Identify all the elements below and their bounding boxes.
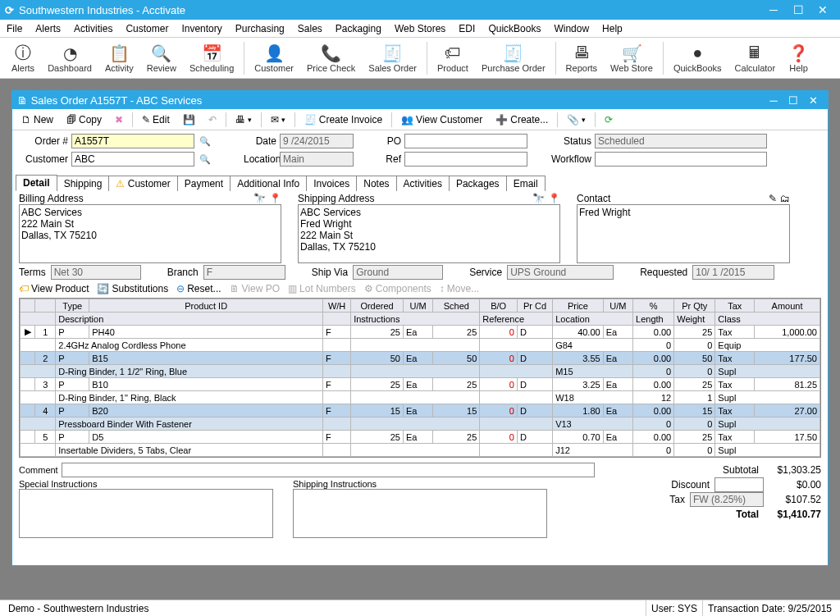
col-Pr Qty[interactable]: Pr Qty xyxy=(674,299,715,313)
attachment-button[interactable]: 📎▾ xyxy=(561,112,591,128)
menu-customer[interactable]: Customer xyxy=(126,23,168,34)
col-Amount[interactable]: Amount xyxy=(755,299,820,313)
customer-input[interactable] xyxy=(71,152,194,167)
location-input[interactable] xyxy=(280,152,354,167)
workflow-input[interactable] xyxy=(595,152,767,167)
tab-email[interactable]: Email xyxy=(506,176,546,191)
binoculars-icon[interactable]: 🔭 xyxy=(532,193,545,204)
toolbar-product[interactable]: 🏷Product xyxy=(431,38,475,78)
new-button[interactable]: 🗋New xyxy=(16,112,59,128)
substitutions-button[interactable]: 🔄Substitutions xyxy=(97,283,168,294)
map-pin-icon[interactable]: 📍 xyxy=(269,193,281,204)
toolbar-review[interactable]: 🔍Review xyxy=(140,38,183,78)
menu-alerts[interactable]: Alerts xyxy=(35,23,61,34)
tab-notes[interactable]: Notes xyxy=(356,176,396,191)
email-button[interactable]: ✉▾ xyxy=(265,112,291,128)
menu-purchasing[interactable]: Purchasing xyxy=(235,23,285,34)
shipping-address[interactable]: ABC Services Fred Wright 222 Main St Dal… xyxy=(298,204,560,263)
binoculars-icon[interactable]: 🔭 xyxy=(253,193,266,204)
table-row[interactable]: 4PB20F15Ea150D1.80Ea0.0015Tax27.00 xyxy=(21,404,820,418)
toolbar-price-check[interactable]: 📞Price Check xyxy=(300,38,362,78)
tab-payment[interactable]: Payment xyxy=(177,176,231,191)
save-button[interactable]: 💾 xyxy=(177,112,201,128)
date-input[interactable] xyxy=(280,134,354,148)
col-%[interactable]: % xyxy=(633,299,674,313)
col-U/M[interactable]: U/M xyxy=(403,299,432,313)
close-button[interactable]: ✕ xyxy=(810,3,835,16)
col-Type[interactable]: Type xyxy=(56,299,89,313)
menu-sales[interactable]: Sales xyxy=(298,23,322,34)
col-sel[interactable] xyxy=(21,299,35,313)
table-row[interactable]: 3PB10F25Ea250D3.25Ea0.0025Tax81.25 xyxy=(21,378,820,391)
menu-quickbooks[interactable]: QuickBooks xyxy=(488,23,541,34)
col-sel[interactable] xyxy=(35,299,56,313)
toolbar-customer[interactable]: 👤Customer xyxy=(248,38,300,78)
menu-help[interactable]: Help xyxy=(602,23,623,34)
toolbar-purchase-order[interactable]: 🧾Purchase Order xyxy=(475,38,552,78)
pencil-icon[interactable]: ✎ xyxy=(769,193,777,204)
view-customer-button[interactable]: 👥View Customer xyxy=(395,112,488,128)
menu-webstores[interactable]: Web Stores xyxy=(395,23,445,34)
maximize-button[interactable]: ☐ xyxy=(786,3,810,16)
view-product-button[interactable]: 🏷View Product xyxy=(19,283,89,294)
status-input[interactable] xyxy=(595,134,767,148)
table-row[interactable]: 5PD5F25Ea250D0.70Ea0.0025Tax17.50 xyxy=(21,431,820,444)
comment-input[interactable] xyxy=(62,463,595,477)
minimize-button[interactable]: ─ xyxy=(761,3,786,16)
tab-detail[interactable]: Detail xyxy=(16,175,57,191)
tab-packages[interactable]: Packages xyxy=(449,176,507,191)
terms-input[interactable] xyxy=(51,265,141,280)
create-invoice-button[interactable]: 🧾Create Invoice xyxy=(299,112,388,128)
toolbar-calculator[interactable]: 🖩Calculator xyxy=(728,38,783,78)
order-search-icon[interactable]: 🔍 xyxy=(198,136,212,147)
map-pin-icon[interactable]: 📍 xyxy=(548,193,560,204)
toolbar-help[interactable]: ❓Help xyxy=(782,38,815,78)
tab-shipping[interactable]: Shipping xyxy=(57,176,110,191)
menu-file[interactable]: File xyxy=(7,23,22,34)
tab-additional[interactable]: Additional Info xyxy=(230,176,307,191)
menu-window[interactable]: Window xyxy=(554,23,589,34)
table-row[interactable]: ▶1PPH40F25Ea250D40.00Ea0.0025Tax1,000.00 xyxy=(21,326,820,339)
create-menu-button[interactable]: ➕Create... xyxy=(490,112,554,128)
special-instructions[interactable] xyxy=(19,489,273,538)
toolbar-reports[interactable]: 🖶Reports xyxy=(559,38,605,78)
tab-activities[interactable]: Activities xyxy=(396,176,450,191)
table-row-desc[interactable]: Pressboard Binder With FastenerV1300Supl xyxy=(21,418,820,431)
tax-code-input[interactable] xyxy=(690,492,764,507)
reset-button[interactable]: ⊖Reset... xyxy=(176,283,221,294)
toolbar-alerts[interactable]: ⓘAlerts xyxy=(5,38,41,78)
tab-invoices[interactable]: Invoices xyxy=(306,176,357,191)
card-icon[interactable]: 🗂 xyxy=(780,193,790,204)
menu-edi[interactable]: EDI xyxy=(459,23,475,34)
col-B/O[interactable]: B/O xyxy=(480,299,518,313)
inner-close-button[interactable]: ✕ xyxy=(803,94,823,107)
po-input[interactable] xyxy=(404,134,527,148)
print-button[interactable]: 🖶▾ xyxy=(230,112,258,128)
shipping-instructions[interactable] xyxy=(293,489,547,538)
table-row-desc[interactable]: Insertable Dividers, 5 Tabs, ClearJ1200S… xyxy=(21,444,820,457)
col-Ordered[interactable]: Ordered xyxy=(351,299,404,313)
line-items-grid[interactable]: TypeProduct IDW/HOrderedU/MSchedB/OPr Cd… xyxy=(20,299,820,457)
customer-search-icon[interactable]: 🔍 xyxy=(198,154,212,165)
toolbar-web-store[interactable]: 🛒Web Store xyxy=(604,38,660,78)
toolbar-sales-order[interactable]: 🧾Sales Order xyxy=(362,38,423,78)
table-row[interactable]: 2PB15F50Ea500D3.55Ea0.0050Tax177.50 xyxy=(21,352,820,365)
contact-text[interactable]: Fred Wright xyxy=(577,204,790,263)
order-number-input[interactable] xyxy=(71,134,194,148)
col-U/M[interactable]: U/M xyxy=(603,299,632,313)
menu-inventory[interactable]: Inventory xyxy=(181,23,221,34)
col-Tax[interactable]: Tax xyxy=(715,299,755,313)
copy-button[interactable]: 🗐Copy xyxy=(61,112,107,128)
col-W/H[interactable]: W/H xyxy=(323,299,351,313)
toolbar-dashboard[interactable]: ◔Dashboard xyxy=(41,38,98,78)
table-row-desc[interactable]: D-Ring Binder, 1 1/2" Ring, BlueM1500Sup… xyxy=(21,365,820,378)
tab-customer[interactable]: ⚠ Customer xyxy=(108,176,177,191)
requested-input[interactable] xyxy=(692,265,774,280)
toolbar-scheduling[interactable]: 📅Scheduling xyxy=(183,38,240,78)
edit-button[interactable]: ✎Edit xyxy=(136,112,176,128)
discount-input[interactable] xyxy=(714,477,764,492)
inner-minimize-button[interactable]: ─ xyxy=(764,94,783,107)
undo-button[interactable]: ↶ xyxy=(203,112,222,128)
delete-button[interactable]: ✖ xyxy=(109,112,129,128)
billing-address[interactable]: ABC Services 222 Main St Dallas, TX 7521… xyxy=(19,204,281,263)
